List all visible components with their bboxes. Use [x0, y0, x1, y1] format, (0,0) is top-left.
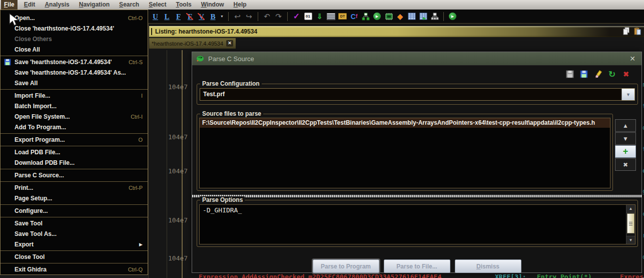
- film-strip-icon[interactable]: [326, 12, 336, 22]
- dialog-toolbar: ↻ ✖: [565, 70, 630, 79]
- tab-close-icon[interactable]: ✕: [226, 40, 233, 47]
- menu-item-label: Save All: [15, 80, 143, 87]
- tab-hearthstone[interactable]: *hearthstone-iOS-17.4.49534 ✕: [149, 38, 236, 49]
- menu-item-export-program[interactable]: Export Program... O: [1, 134, 148, 145]
- binary-data-icon[interactable]: 01: [303, 12, 313, 22]
- import-data-icon[interactable]: ⇓: [314, 12, 325, 22]
- menu-item-close-all[interactable]: Close All: [1, 44, 148, 55]
- run-script-icon[interactable]: ▶: [447, 12, 458, 22]
- play-icon[interactable]: ▶: [372, 12, 382, 22]
- move-up-button[interactable]: ▲: [615, 119, 636, 132]
- source-file-row[interactable]: F:\Source\Repos\Il2CppInspector\Il2CppTe…: [200, 118, 610, 128]
- parse-configuration-combobox[interactable]: Test.prf ▼: [200, 88, 635, 101]
- menu-item-save-all[interactable]: Save All: [1, 78, 148, 88]
- parse-options-textarea[interactable]: -D_GHIDRA_ ▲ ▼: [199, 204, 635, 244]
- dialog-titlebar[interactable]: Parse C Source ✕: [192, 52, 641, 66]
- dismiss-button[interactable]: Dismiss: [455, 259, 521, 273]
- diamond-icon[interactable]: ◆: [395, 12, 405, 22]
- menu-item-open[interactable]: Open... Ctrl-O: [1, 13, 148, 23]
- menubar-item-edit[interactable]: Edit: [21, 0, 39, 10]
- menu-separator: [1, 250, 148, 251]
- menu-item-save-tool[interactable]: Save Tool: [1, 218, 148, 228]
- toolbar-separator: [258, 12, 258, 21]
- menubar-item-help[interactable]: Help: [231, 0, 250, 10]
- parse-to-file-button[interactable]: Parse to File...: [384, 259, 450, 273]
- memory-chip-icon[interactable]: [383, 12, 394, 22]
- scrollbar-thumb[interactable]: [627, 213, 634, 233]
- menu-item-load-pdb[interactable]: Load PDB File...: [1, 147, 148, 157]
- hierarchy-icon[interactable]: [429, 12, 440, 22]
- menubar-item-analysis[interactable]: Analysis: [42, 0, 72, 10]
- scroll-down-icon[interactable]: ▼: [626, 236, 635, 244]
- scroll-up-icon[interactable]: ▲: [626, 205, 635, 213]
- edit-profile-icon[interactable]: [593, 70, 602, 79]
- menu-item-save-program-as[interactable]: Save 'hearthstone-iOS-17.4.49534' As...: [1, 67, 148, 78]
- splitter-handle[interactable]: [192, 195, 641, 197]
- menu-item-save-tool-as[interactable]: Save Tool As...: [1, 228, 148, 239]
- format-underline-button[interactable]: U: [150, 12, 161, 22]
- refresh-icon[interactable]: ↻: [607, 70, 616, 79]
- source-files-list[interactable]: F:\Source\Repos\Il2CppInspector\Il2CppTe…: [199, 118, 610, 188]
- menu-item-download-pdb[interactable]: Download PDB File...: [1, 157, 148, 168]
- combobox-dropdown-button[interactable]: ▼: [621, 89, 634, 100]
- menubar-item-file[interactable]: File: [1, 0, 18, 10]
- menu-item-batch-import[interactable]: Batch Import...: [1, 101, 148, 111]
- cf-datatype-icon[interactable]: Cf: [349, 12, 359, 22]
- menu-item-save-program[interactable]: Save 'hearthstone-iOS-17.4.49534' Ctrl-S: [1, 57, 148, 67]
- format-b-button[interactable]: B: [208, 12, 218, 22]
- options-scrollbar[interactable]: ▲ ▼: [626, 205, 635, 244]
- menu-item-close-program[interactable]: Close 'hearthstone-iOS-17.4.49534': [1, 23, 148, 34]
- menu-item-configure[interactable]: Configure...: [1, 205, 148, 216]
- menubar-item-search[interactable]: Search: [116, 0, 142, 10]
- menu-item-export-tool[interactable]: Export ▶: [1, 239, 148, 249]
- table-export-icon[interactable]: [418, 12, 428, 22]
- move-down-button[interactable]: ▼: [615, 132, 636, 145]
- menu-item-open-file-system[interactable]: Open File System... Ctrl-I: [1, 111, 148, 122]
- copy-icon[interactable]: [622, 27, 630, 35]
- menubar-item-select[interactable]: Select: [146, 0, 169, 10]
- menu-separator: [1, 89, 148, 90]
- save-profile-as-icon[interactable]: [579, 70, 588, 79]
- listing-address: 104e7: [168, 133, 188, 141]
- nav-forward-icon[interactable]: ↪: [244, 12, 254, 22]
- menubar-item-window[interactable]: Window: [198, 0, 227, 10]
- format-f-button[interactable]: F: [173, 12, 184, 22]
- chevron-down-icon[interactable]: ▼: [219, 15, 225, 18]
- menu-item-parse-c-source[interactable]: Parse C Source...: [1, 170, 148, 180]
- redo-icon[interactable]: ↷: [273, 12, 284, 22]
- menubar-item-tools[interactable]: Tools: [173, 0, 195, 10]
- hierarchy-glyph: [431, 13, 439, 21]
- dialog-close-icon[interactable]: ✕: [627, 55, 637, 63]
- listing-header[interactable]: Listing: hearthstone-iOS-17.4.49534: [149, 26, 644, 37]
- menu-item-print[interactable]: Print... Ctrl-P: [1, 182, 148, 193]
- parse-to-program-button[interactable]: Parse to Program: [313, 259, 379, 273]
- paste-icon[interactable]: [633, 27, 641, 35]
- validate-check-icon[interactable]: ✓: [291, 12, 302, 22]
- parse-configuration-group: Parse Configuration Test.prf ▼: [197, 84, 638, 105]
- remove-file-button[interactable]: ✖: [615, 158, 636, 171]
- menu-item-import-file[interactable]: Import File... I: [1, 90, 148, 101]
- menu-item-shortcut: Ctrl-Q: [128, 266, 143, 272]
- run-script-glyph: ▶: [449, 13, 456, 20]
- nav-back-icon[interactable]: ↩: [232, 12, 243, 22]
- format-l-button[interactable]: L: [162, 12, 172, 22]
- menu-item-page-setup[interactable]: Page Setup...: [1, 193, 148, 203]
- menu-item-close-tool[interactable]: Close Tool: [1, 251, 148, 262]
- add-file-button[interactable]: +: [615, 145, 636, 158]
- delete-profile-icon[interactable]: ✖: [621, 70, 630, 79]
- menu-item-add-to-program[interactable]: Add To Program...: [1, 122, 148, 132]
- menu-item-label: Load PDB File...: [15, 149, 143, 156]
- menubar-item-navigation[interactable]: Navigation: [76, 0, 113, 10]
- menu-item-shortcut: O: [138, 137, 143, 143]
- format-f-clear-button[interactable]: F: [185, 12, 195, 22]
- menu-item-exit-ghidra[interactable]: Exit Ghidra Ctrl-Q: [1, 264, 148, 274]
- format-v-clear-button[interactable]: V: [196, 12, 207, 22]
- menu-item-label: Configure...: [15, 207, 143, 214]
- drag-handle-icon[interactable]: [151, 28, 152, 35]
- save-profile-icon[interactable]: [565, 70, 574, 79]
- combobox-value: Test.prf: [200, 89, 634, 100]
- undo-icon[interactable]: ↶: [262, 12, 272, 22]
- table-icon[interactable]: [406, 12, 417, 22]
- symbol-tree-icon[interactable]: [360, 12, 371, 22]
- data-type-folder-icon[interactable]: DT: [337, 12, 348, 22]
